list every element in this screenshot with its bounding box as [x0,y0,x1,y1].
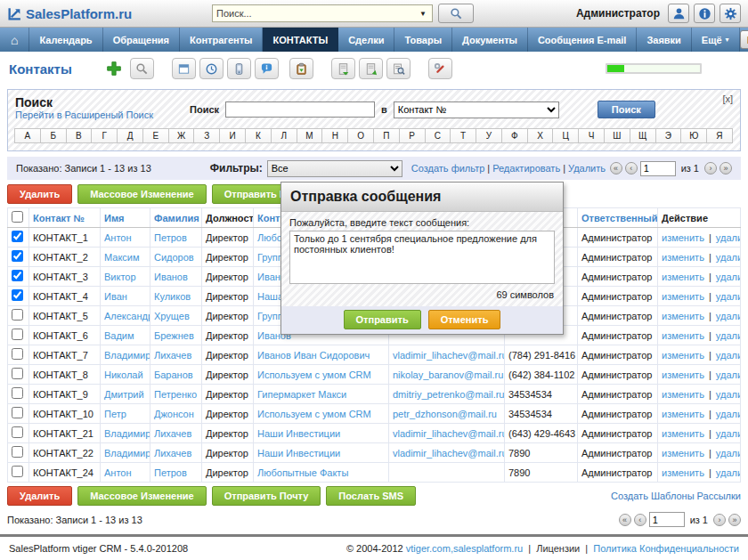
search-term-input[interactable] [225,101,375,118]
row-select-checkbox[interactable] [12,289,23,301]
alphabet-letter-button[interactable]: Т [450,128,476,143]
last-name-link[interactable]: Лихачев [154,428,191,439]
send-mail-button-bottom[interactable]: Отправить Почту [212,486,321,506]
alphabet-letter-button[interactable]: Я [706,128,733,143]
last-name-link[interactable]: Джонсон [154,409,194,419]
page-number-input-bottom[interactable] [649,512,685,527]
first-page-button[interactable]: « [610,162,622,174]
alphabet-letter-button[interactable]: Б [40,128,67,143]
tools-button[interactable] [428,58,452,79]
last-name-link[interactable]: Лихачев [154,448,191,459]
first-name-link[interactable]: Иван [104,291,127,302]
delete-row-link[interactable]: удалить [716,311,741,321]
prev-page-button[interactable]: ‹ [625,162,638,174]
nav-tab-accounts[interactable]: Контрагенты [180,28,263,52]
delete-row-link[interactable]: удалить [716,272,741,282]
alphabet-letter-button[interactable]: Щ [630,128,656,143]
first-name-link[interactable]: Владимир [104,350,150,361]
row-select-checkbox[interactable] [12,329,23,340]
column-header[interactable]: Контакт № [29,208,101,228]
delete-row-link[interactable]: удалить [716,467,741,478]
delete-row-link[interactable]: удалить [716,330,741,341]
delete-row-link[interactable]: удалить [716,428,741,439]
account-link[interactable]: Используем с умом CRM [257,369,371,380]
delete-row-link[interactable]: удалить [716,448,741,459]
create-filter-link[interactable]: Создать фильтр [411,163,485,174]
filter-select[interactable]: Все [267,160,402,177]
nav-tab-more[interactable]: Ещё▾ [692,28,740,52]
first-name-link[interactable]: Максим [104,252,140,263]
next-page-button-bottom[interactable]: › [713,514,726,526]
edit-row-link[interactable]: изменить [662,330,704,341]
alphabet-letter-button[interactable]: Ш [604,128,630,143]
last-name-link[interactable]: Петренко [154,389,197,400]
email-link[interactable]: vladimir_lihachev@mail.ru [393,448,505,459]
column-header[interactable]: Фамилия [150,208,202,228]
mass-edit-button-bottom[interactable]: Массовое Изменение [77,486,207,506]
calendar-tool-button[interactable] [172,58,196,79]
edit-row-link[interactable]: изменить [662,252,704,263]
global-search-input[interactable] [216,8,418,19]
cancel-button[interactable]: Отменить [428,310,501,329]
edit-row-link[interactable]: изменить [662,350,704,361]
row-select-checkbox[interactable] [12,387,23,399]
first-name-link[interactable]: Петр [104,409,126,419]
alphabet-letter-button[interactable]: Ч [578,128,605,143]
select-all-checkbox[interactable] [12,211,23,223]
create-mail-templates-link[interactable]: Создать Шаблоны Рассылки [611,491,741,501]
email-link[interactable]: dmitriy_petrenko@mail.ru [393,389,505,400]
edit-row-link[interactable]: изменить [662,448,704,459]
alphabet-letter-button[interactable]: Р [399,128,426,143]
site-link[interactable]: vtiger.com,salesplatform.ru [406,543,523,554]
edit-row-link[interactable]: изменить [662,389,704,400]
last-name-link[interactable]: Иванов [154,272,188,282]
column-header[interactable]: Ответственный [578,208,658,228]
alphabet-letter-button[interactable]: Г [91,128,118,143]
last-name-link[interactable]: Петров [154,467,187,478]
row-select-checkbox[interactable] [12,466,23,477]
alphabet-letter-button[interactable]: П [373,128,400,143]
prev-page-button-bottom[interactable]: ‹ [634,514,646,526]
edit-row-link[interactable]: изменить [662,409,704,419]
alphabet-letter-button[interactable]: С [425,128,451,143]
alphabet-letter-button[interactable]: М [297,128,323,143]
row-select-checkbox[interactable] [12,348,23,360]
settings-button[interactable] [720,4,741,23]
last-name-link[interactable]: Лихачев [154,350,191,361]
delete-button[interactable]: Удалить [7,184,72,204]
email-link[interactable]: petr_dzhonson@mail.ru [393,409,497,419]
delete-row-link[interactable]: удалить [716,232,741,243]
nav-tab-requests[interactable]: Заявки [637,28,691,52]
mass-edit-button[interactable]: Массовое Изменение [77,184,207,204]
alphabet-letter-button[interactable]: Ж [168,128,195,143]
nav-tab-contacts[interactable]: КОНТАКТЫ [263,28,338,52]
send-button[interactable]: Отправить [344,310,421,329]
clipboard-tool-button[interactable] [289,58,313,79]
first-name-link[interactable]: Виктор [104,272,136,282]
find-duplicates-button[interactable] [386,58,411,79]
column-header[interactable]: Имя [101,208,150,228]
account-link[interactable]: Наши Инвестиции [257,448,340,459]
send-sms-button-bottom[interactable]: Послать SMS [326,486,416,506]
licenses-link[interactable]: Лицензии [536,543,580,554]
alphabet-letter-button[interactable]: Е [142,128,169,143]
row-select-checkbox[interactable] [12,250,23,262]
account-link[interactable]: Любопытные Факты [257,467,348,478]
alphabet-letter-button[interactable]: К [245,128,272,143]
search-tool-button[interactable] [130,58,154,79]
delete-row-link[interactable]: удалить [716,369,741,380]
account-link[interactable]: Используем с умом CRM [257,409,371,419]
email-link[interactable]: nikolay_baranov@mail.ru [393,369,503,380]
mobile-tool-button[interactable] [227,58,251,79]
alphabet-letter-button[interactable]: Н [321,128,348,143]
first-name-link[interactable]: Антон [104,467,132,478]
delete-filter-link[interactable]: Удалить [568,163,606,174]
alphabet-letter-button[interactable]: З [193,128,220,143]
logo[interactable]: SalesPlatform.ru [7,6,212,21]
edit-row-link[interactable]: изменить [662,272,704,282]
nav-tab-potentials[interactable]: Сделки [338,28,394,52]
last-name-link[interactable]: Брежнев [154,330,194,341]
alphabet-letter-button[interactable]: Ф [501,128,528,143]
page-number-input[interactable] [640,161,676,176]
search-column-select[interactable]: Контакт № [394,101,559,118]
